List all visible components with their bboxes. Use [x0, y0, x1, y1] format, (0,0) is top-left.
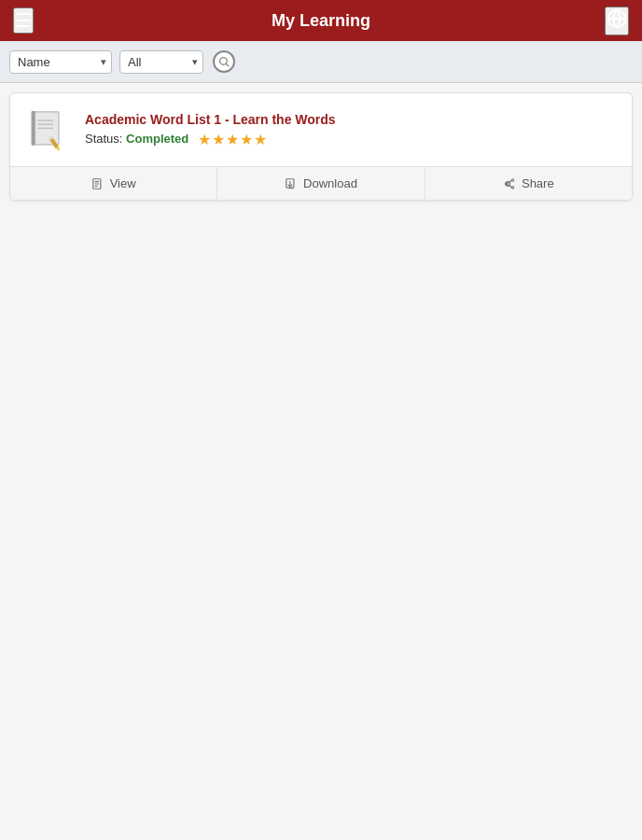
- search-icon: [213, 50, 235, 73]
- star-2: ★: [212, 131, 225, 148]
- globe-button[interactable]: [605, 7, 629, 35]
- download-icon: [285, 177, 298, 190]
- share-button[interactable]: Share: [426, 167, 632, 200]
- download-button[interactable]: Download: [217, 167, 425, 200]
- filter-select[interactable]: All Completed In Progress Not Started: [119, 50, 203, 74]
- star-5: ★: [254, 131, 267, 148]
- card-title: Academic Word List 1 - Learn the Words: [85, 112, 619, 127]
- status-label: Status:: [85, 131, 122, 145]
- star-rating: ★ ★ ★ ★ ★: [198, 131, 267, 148]
- download-label: Download: [303, 176, 357, 190]
- svg-point-2: [219, 57, 227, 64]
- card-status-line: Status: Completed ★ ★ ★ ★ ★: [85, 131, 619, 148]
- share-icon: [503, 177, 516, 190]
- star-3: ★: [226, 131, 239, 148]
- svg-line-3: [226, 63, 229, 66]
- svg-rect-6: [32, 111, 35, 146]
- view-label: View: [110, 176, 136, 190]
- view-icon: [91, 177, 105, 190]
- sort-select-wrapper: Name Date Title: [9, 50, 112, 74]
- filter-bar: Name Date Title All Completed In Progres…: [0, 41, 642, 83]
- view-button[interactable]: View: [10, 167, 217, 200]
- star-4: ★: [240, 131, 253, 148]
- share-label: Share: [522, 176, 554, 190]
- star-1: ★: [198, 131, 211, 148]
- book-icon: [25, 106, 72, 153]
- svg-point-21: [511, 178, 513, 180]
- status-value: Completed: [126, 131, 188, 145]
- globe-icon: [607, 8, 627, 29]
- menu-button[interactable]: ☰: [13, 7, 34, 34]
- card-actions: View Download: [10, 166, 632, 200]
- card-body: Academic Word List 1 - Learn the Words S…: [10, 93, 632, 166]
- main-content: Academic Word List 1 - Learn the Words S…: [0, 83, 642, 840]
- learning-card: Academic Word List 1 - Learn the Words S…: [9, 92, 633, 201]
- filter-select-wrapper: All Completed In Progress Not Started: [119, 50, 203, 74]
- app-header: ☰ My Learning: [0, 0, 642, 41]
- svg-point-22: [511, 186, 513, 188]
- page-title: My Learning: [272, 11, 370, 31]
- card-thumbnail: [23, 105, 74, 155]
- search-button[interactable]: [211, 49, 237, 75]
- sort-select[interactable]: Name Date Title: [9, 50, 112, 74]
- card-info: Academic Word List 1 - Learn the Words S…: [85, 112, 619, 148]
